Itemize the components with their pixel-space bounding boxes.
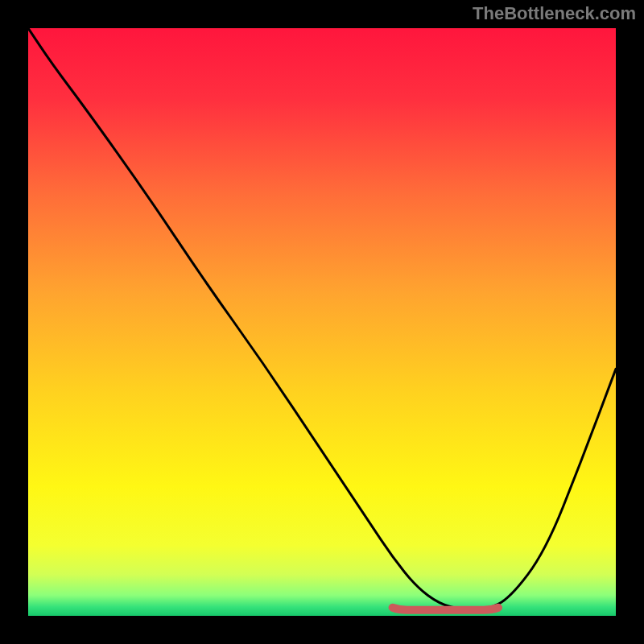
chart-container: TheBottleneck.com	[0, 0, 644, 644]
gradient-background	[28, 28, 616, 616]
watermark-label: TheBottleneck.com	[473, 3, 636, 24]
svg-rect-0	[28, 28, 616, 616]
